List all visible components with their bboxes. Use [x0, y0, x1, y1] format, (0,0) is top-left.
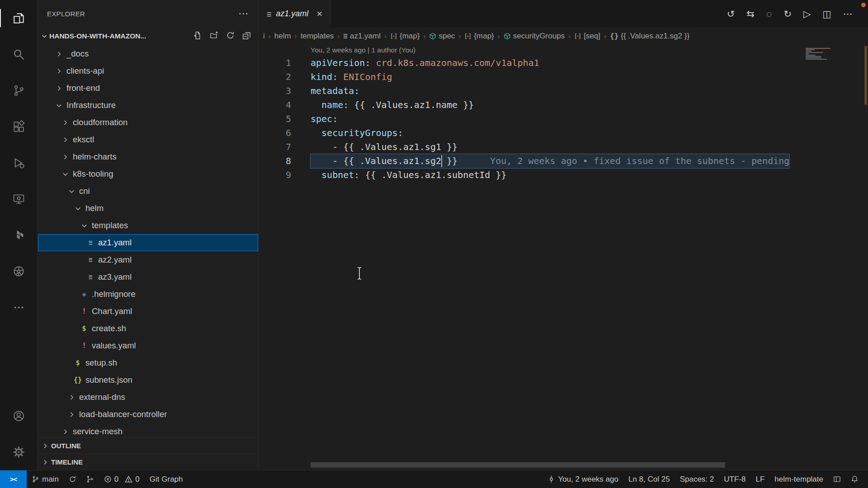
file-az1.yaml[interactable]: ≡az1.yaml [38, 234, 258, 251]
folder-clients-api[interactable]: clients-api [38, 62, 258, 80]
breadcrumb-values-az1-sg2[interactable]: {}{{ .Values.az1.sg2 }} [610, 32, 689, 41]
close-tab-icon[interactable]: × [316, 8, 322, 20]
remote-indicator[interactable]: >< [0, 470, 27, 488]
activity-run-debug-button[interactable] [0, 145, 38, 181]
activity-search-button[interactable] [0, 36, 38, 72]
breadcrumb-label: i [263, 32, 265, 41]
breadcrumb-i[interactable]: i [263, 32, 265, 41]
status-language-mode[interactable]: helm-template [769, 470, 828, 488]
status-git-graph-view[interactable] [81, 470, 99, 488]
codelens-link[interactable]: You, 2 weeks ago | 1 author (You) [311, 46, 415, 54]
activity-kubernetes-button[interactable] [0, 253, 38, 289]
more-actions-button[interactable]: ⋯ [843, 9, 853, 19]
line-content: kind: ENIConfig [311, 70, 392, 84]
breadcrumb-map[interactable]: {map} [390, 32, 420, 41]
folder-templates[interactable]: templates [38, 217, 258, 234]
file-.helmignore[interactable]: ◈.helmignore [38, 286, 258, 303]
status-notifications[interactable] [846, 470, 863, 488]
file-Chart.yaml[interactable]: !Chart.yaml [38, 303, 258, 320]
breadcrumbs: i›helm›templates›≡az1.yaml›{map}›spec›{m… [259, 28, 868, 44]
folder-front-end[interactable]: front-end [38, 80, 258, 97]
folder-cni[interactable]: cni [38, 183, 258, 200]
folder-_docs[interactable]: _docs [38, 45, 258, 62]
run-command-button[interactable]: ↻ [783, 9, 792, 19]
code-line-8[interactable]: 8 - {{ .Values.az1.sg2 }}You, 2 weeks ag… [259, 154, 868, 168]
status-encoding[interactable]: UTF-8 [719, 470, 750, 488]
line-number: 5 [259, 112, 291, 126]
activity-source-control-button[interactable] [0, 72, 38, 108]
breadcrumb-map[interactable]: {map} [464, 32, 494, 41]
new-folder-button[interactable] [210, 31, 218, 42]
line-number: 1 [259, 56, 291, 70]
folder-eksctl[interactable]: eksctl [38, 131, 258, 148]
chevron-down-icon [73, 205, 82, 212]
status-layout[interactable] [828, 470, 846, 488]
code-line-9[interactable]: 9 subnet: {{ .Values.az1.subnetId }} [259, 168, 868, 182]
activity-account-button[interactable] [0, 398, 38, 434]
line-content: subnet: {{ .Values.az1.subnetId }} [311, 168, 506, 182]
status-eol[interactable]: LF [750, 470, 769, 488]
open-changes-button[interactable]: ⇆ [746, 9, 755, 19]
file-values.yaml[interactable]: !values.yaml [38, 337, 258, 354]
breadcrumb-helm[interactable]: helm [274, 32, 291, 41]
activity-remote-explorer-button[interactable] [0, 181, 38, 217]
code-line-4[interactable]: 4 name: {{ .Values.az1.name }} [259, 98, 868, 112]
minimap[interactable] [806, 48, 833, 60]
refresh-button[interactable] [226, 31, 235, 42]
activity-settings-button[interactable] [0, 434, 38, 470]
file-subnets.json[interactable]: {}subnets.json [38, 371, 258, 389]
status-cursor-position[interactable]: Ln 8, Col 25 [623, 470, 675, 488]
chevron-right-icon [61, 428, 70, 436]
folder-k8s-tooling[interactable]: k8s-tooling [38, 165, 258, 183]
outline-section-header[interactable]: OUTLINE [38, 437, 258, 454]
breadcrumb-templates[interactable]: templates [301, 32, 334, 41]
code-line-3[interactable]: 3metadata: [259, 84, 868, 98]
folder-external-dns[interactable]: external-dns [38, 389, 258, 406]
breadcrumb-securitygroups[interactable]: securityGroups [504, 32, 565, 41]
status-problems[interactable]: 00 [99, 470, 145, 488]
label: Ln 8, Col 25 [628, 475, 670, 484]
breadcrumb-seq[interactable]: [seq] [574, 32, 600, 41]
label: main [42, 475, 59, 484]
folder-load-balancer-controller[interactable]: load-balancer-controller [38, 406, 258, 423]
folder-helm-charts[interactable]: helm-charts [38, 148, 258, 165]
tab-az1-yaml[interactable]: ≡ az1.yaml × [259, 0, 331, 28]
sync-indicator-button[interactable]: ◌ [766, 9, 772, 19]
status-git-graph[interactable]: Git Graph [145, 470, 188, 488]
code-editor[interactable]: You, 2 weeks ago | 1 author (You) 1apiVe… [259, 44, 868, 470]
new-file-button[interactable] [193, 31, 202, 42]
status-branch[interactable]: main [27, 470, 64, 488]
chevron-right-icon [42, 442, 49, 450]
split-editor-button[interactable]: ◫ [822, 9, 831, 19]
activity-more-button[interactable] [0, 289, 38, 325]
explorer-more-actions-icon[interactable]: ⋯ [238, 9, 248, 19]
code-line-1[interactable]: 1apiVersion: crd.k8s.amazonaws.com/v1alp… [259, 56, 868, 70]
activity-files-button[interactable] [0, 0, 38, 36]
status-blame[interactable]: You, 2 weeks ago [542, 470, 623, 488]
folder-helm[interactable]: helm [38, 200, 258, 217]
breadcrumb-spec[interactable]: spec [429, 32, 455, 41]
collapse-all-button[interactable] [242, 31, 251, 42]
status-indentation[interactable]: Spaces: 2 [675, 470, 719, 488]
play-button[interactable]: ▷ [803, 9, 811, 19]
yaml-file-icon: ≡ [86, 273, 95, 281]
workspace-section-header[interactable]: HANDS-ON-WITH-AMAZON... [38, 27, 258, 45]
code-line-5[interactable]: 5spec: [259, 112, 868, 126]
horizontal-scrollbar[interactable] [311, 462, 725, 468]
file-az3.yaml[interactable]: ≡az3.yaml [38, 268, 258, 286]
code-line-2[interactable]: 2kind: ENIConfig [259, 70, 868, 84]
code-line-6[interactable]: 6 securityGroups: [259, 126, 868, 140]
code-line-7[interactable]: 7 - {{ .Values.az1.sg1 }} [259, 140, 868, 154]
activity-extensions-button[interactable] [0, 108, 38, 145]
file-create.sh[interactable]: $create.sh [38, 320, 258, 337]
folder-service-mesh[interactable]: service-mesh [38, 423, 258, 437]
breadcrumb-az1-yaml[interactable]: ≡az1.yaml [343, 32, 381, 41]
status-sync[interactable] [64, 470, 81, 488]
file-az2.yaml[interactable]: ≡az2.yaml [38, 251, 258, 268]
folder-Infrastructure[interactable]: Infrastructure [38, 97, 258, 114]
folder-cloudformation[interactable]: cloudformation [38, 114, 258, 131]
activity-terraform-button[interactable] [0, 217, 38, 253]
timeline-section-header[interactable]: TIMELINE [38, 454, 258, 470]
file-setup.sh[interactable]: $setup.sh [38, 354, 258, 371]
timeline-button[interactable]: ↺ [727, 9, 735, 19]
